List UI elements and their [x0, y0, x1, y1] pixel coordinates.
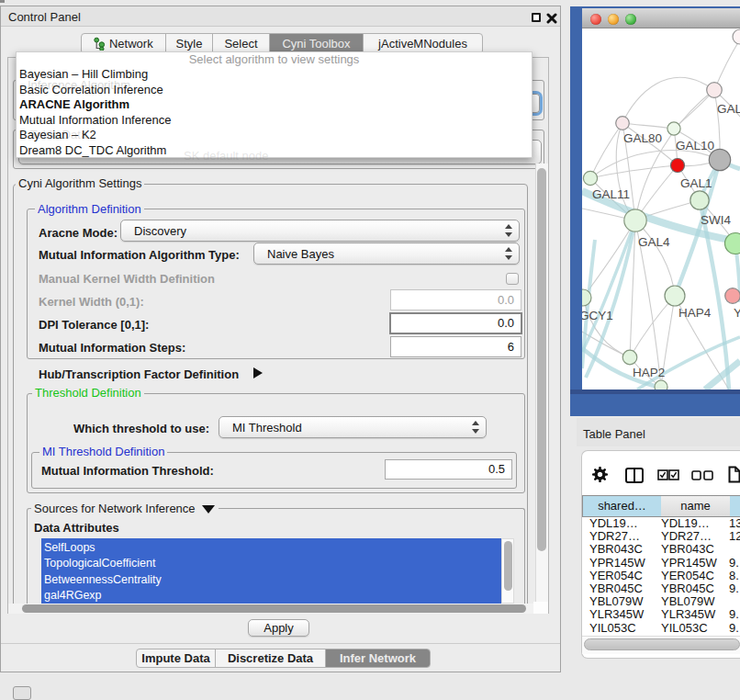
svg-text:HAP4: HAP4 — [678, 306, 712, 320]
svg-text:GAL4: GAL4 — [638, 235, 670, 249]
svg-text:GAL80: GAL80 — [623, 131, 662, 145]
svg-text:Y: Y — [734, 306, 740, 320]
svg-text:HAP2: HAP2 — [633, 366, 665, 379]
svg-text:GAL1: GAL1 — [680, 176, 712, 190]
svg-text:SWI4: SWI4 — [701, 213, 731, 227]
svg-text:GAL10: GAL10 — [676, 139, 714, 152]
svg-text:GAL11: GAL11 — [592, 187, 630, 201]
svg-text:GCY1: GCY1 — [582, 309, 613, 322]
svg-text:GAL: GAL — [717, 102, 740, 116]
